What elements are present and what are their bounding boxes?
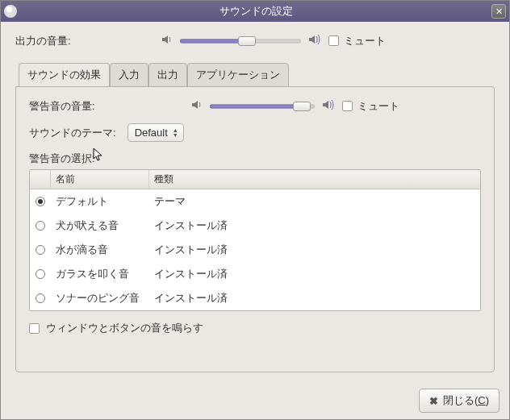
item-kind: インストール済 (149, 264, 480, 284)
window-button-sounds-checkbox[interactable] (29, 323, 40, 334)
item-name: 水が滴る音 (51, 240, 149, 260)
item-kind: インストール済 (149, 289, 480, 308)
close-button[interactable]: ✖ 閉じる(C) (419, 389, 500, 413)
window-close-button[interactable]: ✕ (491, 4, 506, 19)
list-item[interactable]: デフォルト テーマ (30, 189, 480, 214)
col-select (30, 170, 51, 189)
window-title: サウンドの設定 (20, 4, 491, 19)
tab-applications[interactable]: アプリケーション (187, 63, 289, 87)
radio-glass-tap[interactable] (36, 269, 45, 279)
alert-mute-group: ミュート (342, 99, 399, 114)
tab-input[interactable]: 入力 (110, 63, 148, 87)
tab-panel-sound-effects: 警告音の音量: (15, 86, 495, 372)
item-name: ガラスを叩く音 (51, 264, 149, 284)
close-icon: ✖ (429, 395, 438, 407)
output-volume-slider[interactable] (180, 35, 301, 48)
item-name: 犬が吠える音 (51, 216, 149, 235)
titlebar: サウンドの設定 ✕ (1, 1, 509, 22)
output-mute-checkbox[interactable] (328, 35, 339, 46)
radio-sonar-ping[interactable] (36, 293, 45, 303)
alert-sound-list: 名前 種類 デフォルト テーマ 犬が吠える音 インストール済 (29, 169, 481, 311)
item-kind: インストール済 (149, 240, 480, 260)
sound-theme-value: Default (135, 127, 168, 139)
speaker-high-icon (321, 98, 336, 114)
output-mute-group: ミュート (328, 34, 386, 48)
chevron-updown-icon: ▲▼ (173, 128, 178, 138)
list-item[interactable]: ガラスを叩く音 インストール済 (30, 262, 480, 286)
content-area: 出力の音量: ミュート (1, 22, 509, 382)
alert-volume-controls: ミュート (190, 98, 399, 114)
sound-theme-row: サウンドのテーマ: Default ▲▼ (29, 123, 481, 142)
list-item[interactable]: ソナーのピング音 インストール済 (30, 286, 480, 310)
tabs: サウンドの効果 入力 出力 アプリケーション 警告音の音量: (15, 63, 495, 372)
output-volume-row: 出力の音量: ミュート (15, 33, 495, 48)
alert-mute-checkbox[interactable] (342, 101, 353, 111)
list-item[interactable]: 水が滴る音 インストール済 (30, 238, 480, 262)
alert-sound-section-label: 警告音の選択: (29, 152, 481, 166)
tab-strip: サウンドの効果 入力 出力 アプリケーション (15, 63, 495, 87)
list-item[interactable]: 犬が吠える音 インストール済 (30, 214, 480, 238)
speaker-low-icon (190, 98, 203, 114)
alert-volume-row: 警告音の音量: (29, 98, 481, 114)
radio-dog-bark[interactable] (36, 221, 45, 231)
col-name-header[interactable]: 名前 (51, 170, 149, 189)
radio-water-drop[interactable] (36, 245, 45, 255)
list-body: デフォルト テーマ 犬が吠える音 インストール済 水が滴る音 インストール済 (30, 189, 480, 310)
close-icon: ✕ (495, 6, 503, 17)
alert-volume-slider[interactable] (210, 100, 315, 113)
item-name: ソナーのピング音 (51, 289, 149, 308)
sound-theme-combobox[interactable]: Default ▲▼ (128, 123, 184, 142)
sound-settings-window: サウンドの設定 ✕ 出力の音量: ミュ (0, 0, 510, 420)
output-volume-label: 出力の音量: (15, 34, 161, 48)
footer: ✖ 閉じる(C) (1, 382, 509, 419)
tab-output[interactable]: 出力 (148, 63, 187, 87)
alert-mute-label: ミュート (357, 99, 399, 114)
col-kind-header[interactable]: 種類 (149, 170, 480, 189)
item-name: デフォルト (51, 192, 149, 211)
close-button-label: 閉じる(C) (443, 393, 489, 408)
speaker-high-icon (307, 33, 322, 48)
tab-sound-effects[interactable]: サウンドの効果 (19, 63, 110, 87)
window-button-sounds-label: ウィンドウとボタンの音を鳴らす (46, 321, 203, 335)
speaker-low-icon (161, 33, 173, 48)
item-kind: テーマ (149, 192, 480, 211)
output-mute-label: ミュート (344, 34, 386, 48)
alert-volume-label: 警告音の音量: (29, 99, 190, 114)
output-volume-controls: ミュート (161, 33, 386, 48)
sound-theme-label: サウンドのテーマ: (29, 126, 116, 140)
list-header: 名前 種類 (30, 170, 480, 189)
window-button-sounds-row: ウィンドウとボタンの音を鳴らす (29, 321, 481, 335)
radio-default[interactable] (36, 197, 45, 206)
item-kind: インストール済 (149, 216, 480, 235)
app-icon (4, 5, 17, 18)
